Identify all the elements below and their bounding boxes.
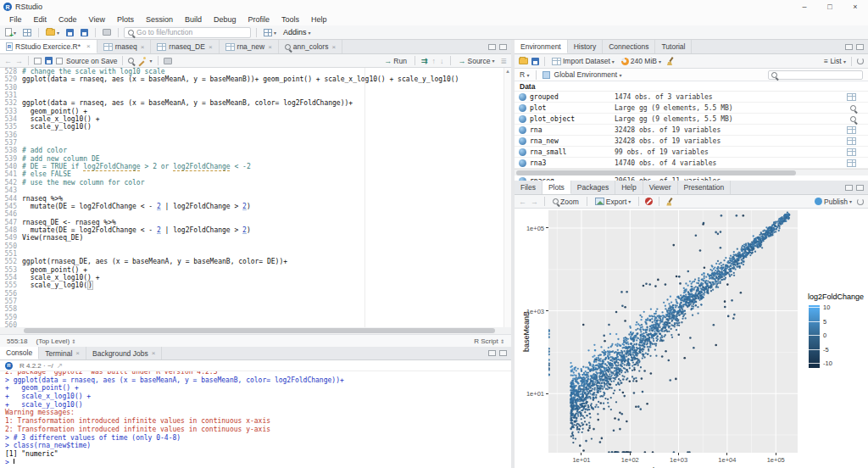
code-editor[interactable]: 528# change the scale with log10 scale52… (0, 68, 511, 327)
addins-button[interactable]: Addins▾ (281, 27, 313, 37)
close-tab-icon[interactable]: × (86, 42, 91, 50)
menu-edit[interactable]: Edit (28, 14, 53, 25)
tab-plots[interactable]: Plots (542, 181, 571, 194)
minimize-button[interactable]: – (792, 0, 817, 14)
publish-button[interactable]: Publish▾ (813, 197, 854, 207)
tab-ann-colors[interactable]: ann_colors× (279, 40, 342, 53)
export-plot-button[interactable]: Export▾ (593, 197, 633, 207)
menu-tools[interactable]: Tools (275, 14, 305, 25)
pane-window-buttons[interactable] (488, 40, 511, 53)
import-dataset-button[interactable]: Import Dataset▾ (550, 56, 616, 66)
pane-layout-button[interactable]: ▾ (262, 28, 278, 37)
tab-rnaseq-de[interactable]: rnaseq_DE× (151, 40, 219, 53)
save-workspace-icon[interactable] (531, 58, 539, 65)
popout-icon[interactable] (34, 58, 42, 64)
clear-plots-icon[interactable] (665, 198, 674, 206)
run-button[interactable]: →Run (382, 56, 409, 66)
view-table-icon[interactable] (847, 148, 856, 156)
view-table-icon[interactable] (847, 159, 856, 167)
next-plot-icon[interactable]: → (531, 198, 538, 206)
scrollbar-thumb[interactable] (24, 328, 495, 333)
source-on-save-checkbox[interactable] (56, 58, 63, 64)
close-tab-icon[interactable]: × (141, 43, 145, 51)
memory-usage-button[interactable]: 240 MiB▾ (620, 56, 663, 66)
menu-build[interactable]: Build (179, 14, 208, 25)
tab-connections[interactable]: Connections (603, 40, 655, 53)
refresh-environment-icon[interactable] (857, 58, 864, 64)
language-selector[interactable]: R ▾ (520, 70, 530, 79)
refresh-plot-icon[interactable] (857, 198, 864, 205)
menu-code[interactable]: Code (53, 14, 83, 25)
pane-window-buttons[interactable] (488, 347, 511, 359)
menu-plots[interactable]: Plots (111, 14, 140, 25)
close-tab-icon[interactable]: × (268, 43, 272, 51)
menu-file[interactable]: File (3, 14, 28, 25)
environment-selector[interactable]: Global Environment ▾ (554, 70, 622, 79)
console-popout-icon[interactable]: ↗ (57, 361, 64, 370)
code-tools-icon[interactable] (137, 57, 146, 65)
close-tab-icon[interactable]: × (209, 43, 213, 51)
environment-row-plot_object[interactable]: plot_objectLarge gg (9 elements, 5.5 MB) (515, 114, 868, 125)
scrollbar-thumb[interactable] (516, 170, 796, 176)
pane-window-buttons[interactable] (845, 181, 868, 194)
environment-row-plot[interactable]: plotLarge gg (9 elements, 5.5 MB) (515, 103, 868, 114)
environment-search-input[interactable] (768, 70, 863, 80)
menu-help[interactable]: Help (305, 14, 333, 25)
view-table-icon[interactable] (847, 126, 856, 134)
menu-profile[interactable]: Profile (242, 14, 276, 25)
new-project-button[interactable] (21, 28, 33, 37)
tab-terminal[interactable]: Terminal× (39, 347, 86, 359)
environment-row-rna_small[interactable]: rna_small99 obs. of 19 variables (515, 147, 868, 158)
clear-environment-icon[interactable] (666, 57, 675, 65)
tab-tutorial[interactable]: Tutorial (655, 40, 692, 53)
editor-horizontal-scrollbar[interactable] (0, 327, 511, 334)
console-output[interactable]: 2: package 'ggplot2' was built under R v… (0, 371, 511, 464)
view-table-icon[interactable] (847, 93, 856, 101)
zoom-plot-button[interactable]: Zoom (551, 197, 581, 207)
save-all-button[interactable] (79, 28, 90, 37)
menu-view[interactable]: View (83, 14, 111, 25)
tab-rstudio-exercice-r-[interactable]: RRStudio Exercice.R*× (0, 40, 97, 53)
environment-row-grouped[interactable]: grouped1474 obs. of 3 variables (515, 92, 868, 103)
tab-viewer[interactable]: Viewer (643, 181, 678, 194)
list-view-button[interactable]: ≡ List ▾ (824, 57, 846, 65)
go-down-icon[interactable]: ↓ (440, 57, 444, 65)
tab-help[interactable]: Help (615, 181, 643, 194)
pane-window-buttons[interactable] (845, 40, 868, 53)
compile-report-icon[interactable] (164, 58, 172, 64)
back-icon[interactable]: ← (4, 57, 12, 65)
inspect-object-icon[interactable] (850, 105, 856, 111)
source-button[interactable]: →Source▾ (457, 56, 497, 66)
go-up-icon[interactable]: ↑ (432, 57, 437, 65)
menu-debug[interactable]: Debug (208, 14, 242, 25)
find-icon[interactable] (128, 58, 134, 64)
tab-background-jobs[interactable]: Background Jobs× (86, 347, 162, 359)
environment-row-rna[interactable]: rna32428 obs. of 19 variables (515, 125, 868, 136)
tab-rna-new[interactable]: rna_new× (220, 40, 279, 53)
close-tab-icon[interactable]: × (152, 349, 156, 357)
environment-row-rna_new[interactable]: rna_new32428 obs. of 19 variables (515, 136, 868, 147)
close-button[interactable]: × (843, 0, 868, 14)
environment-horizontal-scrollbar[interactable] (515, 169, 868, 176)
previous-plot-icon[interactable]: ← (519, 198, 526, 206)
tab-console[interactable]: Console (0, 347, 39, 359)
tab-packages[interactable]: Packages (571, 181, 615, 194)
close-tab-icon[interactable]: × (75, 349, 80, 357)
save-button[interactable] (64, 28, 75, 37)
rerun-icon[interactable]: ⇉ (421, 57, 428, 65)
environment-row-rna3[interactable]: rna314740 obs. of 4 variables (515, 158, 868, 169)
goto-file-input[interactable]: Go to file/function (124, 27, 251, 38)
tab-presentation[interactable]: Presentation (678, 181, 732, 194)
inspect-object-icon[interactable] (850, 116, 856, 122)
view-table-icon[interactable] (847, 137, 856, 145)
new-file-button[interactable]: +▾ (3, 27, 18, 37)
tab-history[interactable]: History (568, 40, 603, 53)
load-workspace-icon[interactable] (519, 58, 528, 64)
editor-save-icon[interactable] (45, 57, 53, 64)
forward-icon[interactable]: → (15, 57, 23, 65)
remove-plot-icon[interactable] (645, 198, 653, 205)
file-type-selector[interactable]: R Script ⇕ (474, 337, 504, 345)
editor-vertical-scrollbar[interactable]: ▲ (504, 68, 511, 327)
document-outline-icon[interactable]: ≣ (500, 57, 507, 65)
scope-selector[interactable]: (Top Level) ⇕ (36, 337, 75, 345)
